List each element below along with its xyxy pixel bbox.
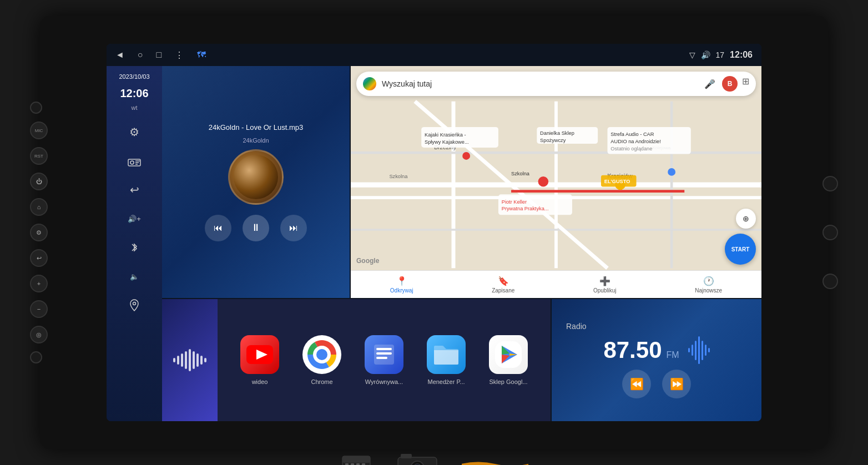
- svg-text:Spożywczy: Spożywczy: [540, 138, 566, 143]
- center-area: 24kGoldn - Love Or Lust.mp3 24kGoldn ⏮ ⏸…: [162, 66, 761, 421]
- mic-label: MIC: [30, 122, 48, 139]
- maps-nav-button[interactable]: 🗺: [197, 50, 206, 60]
- map-avatar[interactable]: B: [722, 76, 738, 92]
- svg-text:Szkolna: Szkolna: [389, 174, 408, 179]
- svg-point-18: [668, 168, 675, 176]
- chrome-label: Chrome: [311, 378, 332, 385]
- sklep-label: Sklep Googl...: [489, 378, 527, 385]
- app-wyrownywarka[interactable]: Wyrównywa...: [365, 335, 403, 385]
- sd-card: 8GB: [340, 453, 373, 466]
- sidebar-radio-icon[interactable]: [122, 149, 147, 173]
- google-logo: Google: [356, 257, 379, 265]
- map-layers-icon[interactable]: ⊞: [742, 76, 749, 92]
- menedzer-label: Menedżer P...: [427, 378, 465, 385]
- svg-rect-58: [351, 463, 354, 466]
- sidebar-settings-icon[interactable]: ⚙: [122, 120, 147, 144]
- home-button[interactable]: ⌂: [30, 198, 48, 216]
- svg-rect-57: [345, 463, 349, 466]
- map-bottom-nav: 📍 Odkrywaj 🔖 Zapisane ➕ Opublikuj: [351, 270, 761, 298]
- sidebar-bluetooth-icon[interactable]: [122, 235, 147, 260]
- rw7: [708, 348, 710, 352]
- map-start-button[interactable]: START: [725, 234, 756, 265]
- camera: [395, 452, 440, 465]
- map-mic-icon[interactable]: 🎤: [702, 76, 718, 92]
- rw1: [688, 348, 690, 352]
- youtube-icon: [240, 335, 279, 374]
- music-panel: 24kGoldn - Love Or Lust.mp3 24kGoldn ⏮ ⏸…: [162, 66, 351, 298]
- sound-bar-8: [200, 356, 203, 365]
- menu-nav-button[interactable]: ⋮: [175, 50, 184, 60]
- rst-label: RST: [30, 147, 48, 165]
- app-wideo[interactable]: wideo: [240, 335, 279, 385]
- maps-logo: [363, 77, 376, 90]
- sound-bar-4: [185, 351, 187, 369]
- sound-bar-1: [173, 358, 175, 362]
- camera-svg: [395, 452, 440, 465]
- radio-band: FM: [667, 350, 679, 360]
- wyrownywarka-label: Wyrównywa...: [365, 378, 403, 385]
- rw4: [698, 336, 700, 364]
- pause-button[interactable]: ⏸: [243, 215, 269, 241]
- recent-nav-button[interactable]: □: [157, 50, 162, 60]
- map-nav-odkrywaj[interactable]: 📍 Odkrywaj: [390, 276, 413, 294]
- app-menedzer[interactable]: Menedżer P...: [427, 335, 466, 385]
- radio-number: 87.50: [603, 337, 662, 363]
- opublikuj-icon: ➕: [599, 276, 610, 286]
- svg-text:Spływy Kajakowe...: Spływy Kajakowe...: [425, 139, 469, 145]
- vol-down-button[interactable]: −: [30, 300, 48, 318]
- svg-rect-60: [362, 463, 365, 466]
- settings-button[interactable]: ⚙: [30, 224, 48, 241]
- opublikuj-label: Opublikuj: [593, 287, 617, 294]
- map-nav-zapisane[interactable]: 🔖 Zapisane: [492, 276, 514, 294]
- left-screw-bottom: [30, 351, 42, 363]
- map-search-bar[interactable]: Wyszukaj tutaj 🎤 B ⊞: [356, 72, 756, 96]
- chrome-svg: [307, 340, 336, 369]
- svg-text:AUDIO na Androidzie!: AUDIO na Androidzie!: [610, 139, 661, 144]
- location-button[interactable]: ◎: [30, 326, 48, 343]
- volume-icon: 🔊: [701, 50, 710, 59]
- svg-text:Strefa Audio - CAR: Strefa Audio - CAR: [610, 132, 654, 137]
- map-nav-najnowsze[interactable]: 🕐 Najnowsze: [695, 276, 722, 294]
- music-title: 24kGoldn - Love Or Lust.mp3: [209, 123, 304, 132]
- back-nav-button[interactable]: ◄: [115, 50, 124, 60]
- radio-prev-button[interactable]: ⏪: [622, 370, 651, 398]
- sidebar: 2023/10/03 12:06 wt ⚙ ↩ 🔊+: [107, 66, 162, 421]
- sidebar-location-icon[interactable]: [122, 293, 147, 317]
- app-chrome[interactable]: Chrome: [302, 335, 341, 385]
- vol-up-button[interactable]: +: [30, 275, 48, 292]
- app-sklep[interactable]: Sklep Googl...: [489, 335, 528, 385]
- radio-controls: ⏪ ⏩: [622, 370, 691, 398]
- home-nav-button[interactable]: ○: [138, 50, 143, 60]
- map-panel[interactable]: Wyszukaj tutaj 🎤 B ⊞: [351, 66, 761, 298]
- store-svg: [495, 341, 522, 368]
- car-radio-unit: MIC RST ⏻ ⌂ ⚙ ↩ + − ◎ ◄ ○ □ ⋮ 🗺 ▽ 🔊: [40, 16, 828, 449]
- sidebar-back-icon[interactable]: ↩: [122, 178, 147, 202]
- back-button[interactable]: ↩: [30, 249, 48, 267]
- prev-button[interactable]: ⏮: [205, 215, 231, 241]
- radio-next-button[interactable]: ⏩: [662, 370, 691, 398]
- apps-grid: wideo: [218, 299, 551, 421]
- next-button[interactable]: ⏭: [280, 215, 307, 241]
- sidebar-vol-down-icon[interactable]: 🔈: [122, 264, 147, 289]
- svg-text:Prywatna Praktyka...: Prywatna Praktyka...: [502, 206, 549, 211]
- power-button[interactable]: ⏻: [30, 173, 48, 190]
- youtube-svg: [246, 345, 273, 364]
- svg-point-5: [133, 302, 136, 305]
- zapisane-icon: 🔖: [498, 276, 509, 286]
- start-label: START: [731, 246, 750, 252]
- map-nav-opublikuj[interactable]: ➕ Opublikuj: [593, 276, 617, 294]
- sidebar-vol-up-icon[interactable]: 🔊+: [122, 206, 147, 231]
- right-screw-middle: [822, 225, 838, 240]
- rw5: [702, 341, 703, 360]
- map-search-text[interactable]: Wyszukaj tutaj: [382, 79, 697, 88]
- odkrywaj-icon: 📍: [396, 276, 407, 286]
- sound-bar-2: [177, 356, 179, 365]
- right-screw-top: [822, 176, 838, 191]
- svg-rect-35: [498, 194, 572, 215]
- files-svg: [372, 342, 396, 367]
- svg-text:EL'GUSTO: EL'GUSTO: [604, 179, 630, 184]
- svg-point-16: [538, 176, 549, 187]
- map-compass[interactable]: ⊕: [736, 209, 756, 229]
- sound-bar-9: [204, 358, 206, 362]
- sound-indicator: [162, 299, 218, 421]
